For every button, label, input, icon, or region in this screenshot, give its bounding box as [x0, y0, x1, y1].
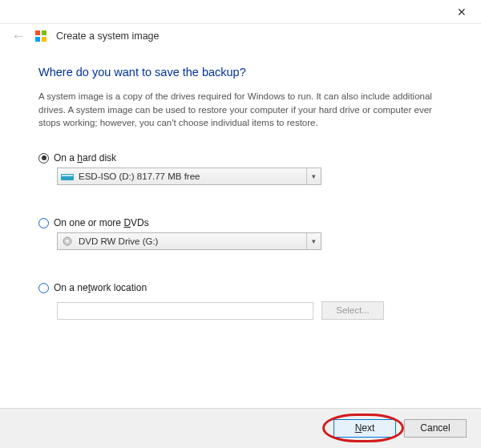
svg-rect-0	[35, 30, 40, 35]
svg-point-7	[67, 240, 69, 243]
chevron-down-icon[interactable]: ▾	[306, 168, 321, 184]
option-network: On a network location Select...	[38, 282, 443, 320]
svg-rect-5	[62, 175, 73, 176]
page-description: A system image is a copy of the drives r…	[38, 90, 443, 130]
option-dvd: On one or more DVDs DVD RW Drive (G:) ▾	[38, 217, 443, 250]
disc-icon	[61, 236, 74, 246]
wizard-title: Create a system image	[56, 30, 160, 42]
system-image-icon	[34, 29, 48, 43]
hard-disk-combo-value: ESD-ISO (D:) 817.77 MB free	[79, 172, 200, 181]
radio-dvd[interactable]	[38, 218, 49, 228]
dvd-combo-value: DVD RW Drive (G:)	[79, 236, 158, 246]
svg-rect-1	[42, 30, 46, 35]
svg-rect-2	[35, 37, 40, 42]
dvd-combo[interactable]: DVD RW Drive (G:) ▾	[57, 232, 321, 250]
close-icon[interactable]: ✕	[452, 4, 471, 20]
radio-network[interactable]	[38, 283, 49, 293]
radio-hard-disk[interactable]	[38, 153, 49, 163]
cancel-button[interactable]: Cancel	[404, 419, 467, 438]
drive-icon	[61, 172, 74, 181]
select-button: Select...	[321, 301, 384, 320]
hard-disk-combo[interactable]: ESD-ISO (D:) 817.77 MB free ▾	[57, 167, 321, 185]
titlebar: ✕	[0, 0, 481, 24]
chevron-down-icon[interactable]: ▾	[306, 233, 321, 249]
back-icon[interactable]: ←	[11, 29, 26, 43]
page-heading: Where do you want to save the backup?	[38, 66, 443, 79]
option-hard-disk: On a hard disk ESD-ISO (D:) 817.77 MB fr…	[38, 152, 443, 185]
next-button[interactable]: Next	[333, 419, 396, 438]
svg-rect-3	[42, 37, 46, 42]
wizard-header: ← Create a system image	[0, 24, 481, 51]
radio-hard-disk-label: On a hard disk	[54, 152, 116, 163]
network-path-input[interactable]	[57, 302, 313, 320]
content-area: Where do you want to save the backup? A …	[0, 51, 481, 320]
footer: Next Cancel	[0, 408, 481, 448]
radio-dvd-label: On one or more DVDs	[54, 217, 149, 228]
radio-network-label: On a network location	[54, 282, 147, 293]
